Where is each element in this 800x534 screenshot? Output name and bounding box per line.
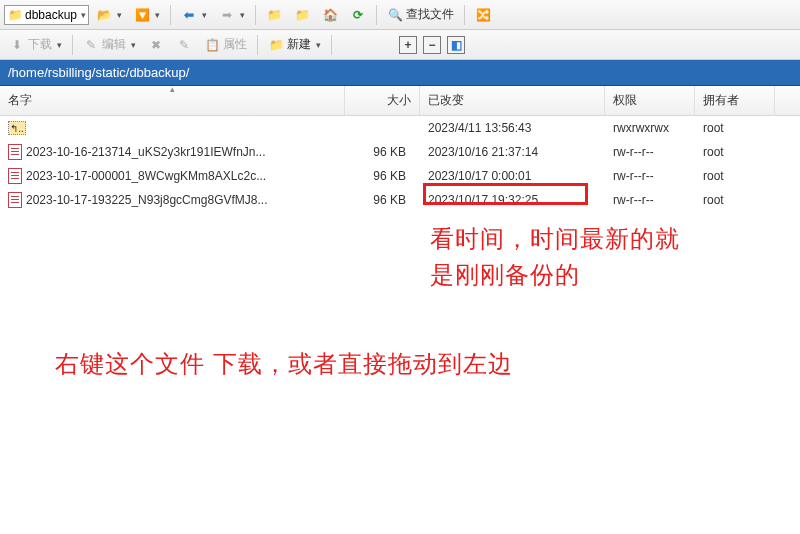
file-icon bbox=[8, 144, 22, 160]
refresh-button[interactable]: ⟳ bbox=[345, 4, 371, 26]
file-row[interactable]: 2023-10-17-193225_N93j8gcCmg8GVfMJ8... 9… bbox=[0, 188, 800, 212]
new-folder-icon: 📁 bbox=[268, 37, 284, 53]
folder-up-icon: 📁 bbox=[266, 7, 282, 23]
separator bbox=[376, 5, 377, 25]
arrow-right-icon: ➡ bbox=[219, 7, 235, 23]
col-changed[interactable]: 已改变 bbox=[420, 86, 605, 115]
properties-icon: 📋 bbox=[204, 37, 220, 53]
folder-icon: 📁 bbox=[7, 7, 23, 23]
delete-icon: ✖ bbox=[148, 37, 164, 53]
col-name[interactable]: 名字 bbox=[0, 86, 345, 115]
col-size[interactable]: 大小 bbox=[345, 86, 420, 115]
properties-button[interactable]: 📋 属性 bbox=[199, 33, 252, 56]
file-row[interactable]: 2023-10-17-000001_8WCwgKMm8AXLc2c... 96 … bbox=[0, 164, 800, 188]
refresh-icon: ⟳ bbox=[350, 7, 366, 23]
expand-button[interactable]: + bbox=[399, 36, 417, 54]
home-button[interactable]: 🏠 bbox=[317, 4, 343, 26]
arrow-left-icon: ⬅ bbox=[181, 7, 197, 23]
path-text: /home/rsbilling/static/dbbackup/ bbox=[8, 65, 189, 80]
toolbar-1: 📁 dbbackup ▾ 📂▾ 🔽▾ ⬅▾ ➡▾ 📁 📁 🏠 ⟳ 🔍 查找文件 … bbox=[0, 0, 800, 30]
forward-button[interactable]: ➡▾ bbox=[214, 4, 250, 26]
bookmark-button[interactable]: 📁 bbox=[289, 4, 315, 26]
search-icon: 🔍 bbox=[387, 7, 403, 23]
filter-button[interactable]: 🔽▾ bbox=[129, 4, 165, 26]
edit-label: 编辑 bbox=[102, 36, 126, 53]
download-icon: ⬇ bbox=[9, 37, 25, 53]
col-owner[interactable]: 拥有者 bbox=[695, 86, 775, 115]
path-bar[interactable]: /home/rsbilling/static/dbbackup/ bbox=[0, 60, 800, 86]
updir-row[interactable]: ↰.. 2023/4/11 13:56:43 rwxrwxrwx root bbox=[0, 116, 800, 140]
file-list: 名字 大小 已改变 权限 拥有者 ↰.. 2023/4/11 13:56:43 … bbox=[0, 86, 800, 532]
separator bbox=[255, 5, 256, 25]
home-icon: 🏠 bbox=[322, 7, 338, 23]
separator bbox=[331, 35, 332, 55]
file-icon bbox=[8, 192, 22, 208]
find-label: 查找文件 bbox=[406, 6, 454, 23]
find-files-button[interactable]: 🔍 查找文件 bbox=[382, 3, 459, 26]
sync-icon: 🔀 bbox=[475, 7, 491, 23]
props-label: 属性 bbox=[223, 36, 247, 53]
list-header: 名字 大小 已改变 权限 拥有者 bbox=[0, 86, 800, 116]
collapse-button[interactable]: − bbox=[423, 36, 441, 54]
delete-button[interactable]: ✖ bbox=[143, 34, 169, 56]
file-row[interactable]: 2023-10-16-213714_uKS2y3kr191IEWfnJn... … bbox=[0, 140, 800, 164]
separator bbox=[170, 5, 171, 25]
new-label: 新建 bbox=[287, 36, 311, 53]
separator bbox=[464, 5, 465, 25]
back-button[interactable]: ⬅▾ bbox=[176, 4, 212, 26]
tab-label: dbbackup bbox=[25, 8, 77, 22]
new-button[interactable]: 📁 新建 ▾ bbox=[263, 33, 326, 56]
download-label: 下载 bbox=[28, 36, 52, 53]
separator bbox=[257, 35, 258, 55]
annotation-2: 右键这个文件 下载，或者直接拖动到左边 bbox=[55, 346, 513, 382]
view-button[interactable]: ◧ bbox=[447, 36, 465, 54]
edit-button[interactable]: ✎ 编辑 ▾ bbox=[78, 33, 141, 56]
col-perm[interactable]: 权限 bbox=[605, 86, 695, 115]
folder-open-icon: 📂 bbox=[96, 7, 112, 23]
updir-icon: ↰.. bbox=[8, 121, 26, 135]
download-button[interactable]: ⬇ 下载 ▾ bbox=[4, 33, 67, 56]
toolbar-2: ⬇ 下载 ▾ ✎ 编辑 ▾ ✖ ✎ 📋 属性 📁 新建 ▾ + − ◧ bbox=[0, 30, 800, 60]
rename-icon: ✎ bbox=[176, 37, 192, 53]
open-folder-button[interactable]: 📂▾ bbox=[91, 4, 127, 26]
folder-star-icon: 📁 bbox=[294, 7, 310, 23]
rename-button[interactable]: ✎ bbox=[171, 34, 197, 56]
separator bbox=[72, 35, 73, 55]
file-icon bbox=[8, 168, 22, 184]
up-button[interactable]: 📁 bbox=[261, 4, 287, 26]
filter-icon: 🔽 bbox=[134, 7, 150, 23]
tab-selector[interactable]: 📁 dbbackup ▾ bbox=[4, 5, 89, 25]
edit-icon: ✎ bbox=[83, 37, 99, 53]
sync-button[interactable]: 🔀 bbox=[470, 4, 496, 26]
dropdown-icon: ▾ bbox=[81, 10, 86, 20]
annotation-1: 看时间，时间最新的就 是刚刚备份的 bbox=[430, 221, 680, 293]
